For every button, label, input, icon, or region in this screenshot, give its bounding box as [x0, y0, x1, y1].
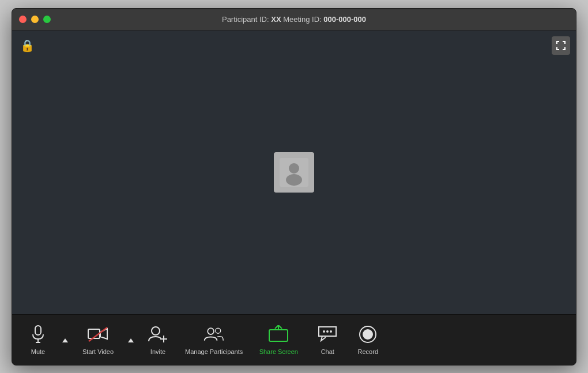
svg-point-19	[330, 330, 332, 333]
participant-label: Participant ID:	[222, 15, 271, 24]
share-screen-label: Share Screen	[259, 348, 298, 355]
video-chevron[interactable]	[124, 325, 138, 355]
manage-participants-label: Manage Participants	[185, 348, 243, 355]
video-icon	[88, 324, 108, 345]
record-button[interactable]: Record	[348, 319, 388, 360]
mic-icon	[28, 324, 48, 345]
chat-button[interactable]: Chat	[307, 319, 348, 360]
minimize-button[interactable]	[31, 16, 39, 23]
share-screen-button[interactable]: Share Screen	[250, 319, 307, 360]
svg-rect-14	[269, 330, 288, 341]
title-text: Participant ID: XX Meeting ID: 000-000-0…	[222, 15, 366, 24]
toolbar: Mute Start Video	[12, 314, 576, 365]
chat-label: Chat	[321, 348, 334, 355]
invite-label: Invite	[150, 348, 165, 355]
chat-icon	[317, 324, 338, 345]
share-screen-icon	[268, 324, 289, 345]
maximize-button[interactable]	[43, 16, 51, 23]
svg-point-12	[208, 328, 214, 334]
fullscreen-button[interactable]	[552, 36, 570, 55]
zoom-window: Participant ID: XX Meeting ID: 000-000-0…	[12, 8, 576, 366]
window-controls	[19, 16, 51, 23]
chevron-up-icon-2	[128, 338, 134, 342]
mute-label: Mute	[31, 348, 45, 355]
participant-id: XX	[271, 15, 281, 24]
record-label: Record	[358, 348, 378, 355]
mute-chevron-icon	[61, 329, 70, 350]
svg-point-2	[286, 174, 302, 186]
svg-point-9	[152, 327, 160, 335]
start-video-button[interactable]: Start Video	[72, 319, 124, 360]
invite-icon	[148, 324, 168, 345]
record-icon	[357, 324, 378, 345]
meeting-id: 000-000-000	[323, 15, 366, 24]
svg-point-17	[323, 330, 325, 333]
close-button[interactable]	[19, 16, 27, 23]
manage-participants-button[interactable]: Manage Participants	[178, 319, 250, 360]
svg-point-18	[326, 330, 329, 333]
mute-chevron[interactable]	[58, 325, 72, 355]
participants-icon	[203, 324, 224, 345]
mute-button[interactable]: Mute	[18, 319, 58, 360]
video-chevron-icon	[126, 329, 135, 350]
svg-point-13	[216, 328, 221, 333]
svg-rect-3	[35, 326, 41, 335]
title-bar: Participant ID: XX Meeting ID: 000-000-0…	[12, 9, 576, 31]
svg-point-1	[289, 163, 299, 174]
video-area: 🔒	[12, 31, 576, 314]
chevron-up-icon	[62, 338, 68, 342]
lock-icon: 🔒	[20, 39, 35, 52]
avatar-placeholder	[274, 152, 314, 193]
meeting-label: Meeting ID:	[281, 15, 324, 24]
invite-button[interactable]: Invite	[138, 319, 178, 360]
start-video-label: Start Video	[82, 348, 114, 355]
